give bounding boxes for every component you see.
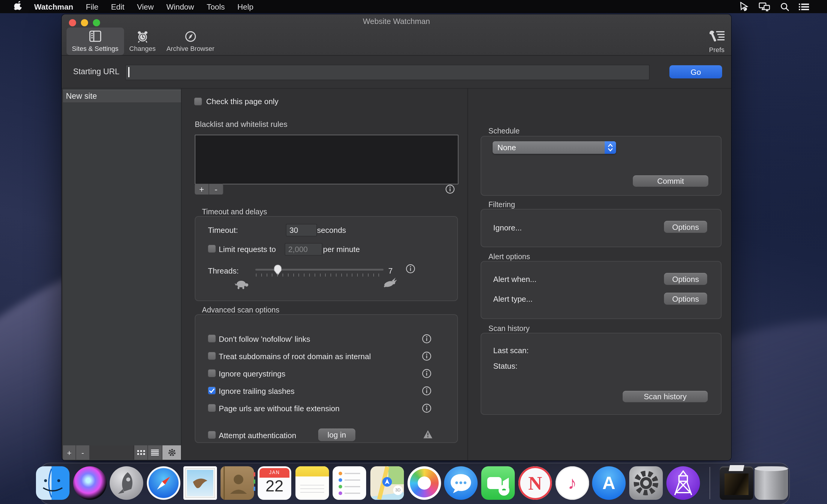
timeout-section-title: Timeout and delays	[202, 208, 267, 216]
timeout-input[interactable]: 30	[286, 224, 317, 236]
sidebar-controls-spacer	[90, 445, 134, 460]
tab-sites-settings[interactable]: Sites & Settings	[66, 27, 124, 55]
subdomains-info-icon[interactable]	[422, 351, 432, 361]
calendar-month: JAN	[259, 468, 289, 478]
blacklist-rules-list[interactable]	[195, 135, 458, 184]
tab-changes[interactable]: Changes	[124, 27, 161, 55]
schedule-title: Schedule	[488, 127, 520, 135]
dock-icon-launchpad[interactable]	[110, 466, 143, 500]
schedule-panel: Schedule None Commit Filtering Ignore...…	[468, 89, 731, 460]
blacklist-remove-button[interactable]: -	[209, 184, 224, 194]
pointer-icon[interactable]	[739, 2, 749, 11]
menu-help[interactable]: Help	[237, 2, 253, 11]
window-title: Website Watchman	[62, 17, 731, 26]
check-icon	[209, 388, 214, 393]
menu-view[interactable]: View	[137, 2, 154, 11]
trailing-slashes-checkbox[interactable]	[208, 387, 216, 394]
dock-icon-finder[interactable]	[36, 466, 69, 500]
attempt-auth-label: Attempt authentication	[219, 431, 296, 440]
remove-site-button[interactable]: -	[76, 445, 90, 460]
threads-info-icon[interactable]	[406, 264, 415, 274]
dock-icon-appstore[interactable]: A	[592, 466, 626, 500]
dock-icon-news[interactable]: N	[518, 466, 552, 500]
grid-view-button[interactable]	[134, 445, 148, 460]
no-extension-checkbox[interactable]	[208, 404, 216, 412]
menu-edit[interactable]: Edit	[111, 2, 124, 11]
menu-file[interactable]: File	[86, 2, 99, 11]
displays-icon[interactable]	[759, 2, 771, 11]
sidebar-controls: + -	[63, 445, 181, 460]
dock-icon-notes[interactable]	[295, 466, 329, 500]
dock-icon-messages[interactable]	[444, 466, 478, 500]
limit-requests-label: Limit requests to	[219, 245, 276, 254]
prefs-button[interactable]: Prefs	[708, 27, 725, 57]
nofollow-checkbox[interactable]	[208, 335, 216, 342]
limit-requests-checkbox[interactable]	[208, 245, 216, 253]
menu-list-icon[interactable]	[799, 3, 809, 10]
limit-requests-input[interactable]: 2,000	[285, 243, 323, 256]
dock-icon-contacts[interactable]	[221, 466, 254, 500]
timeout-unit-label: seconds	[317, 226, 346, 235]
list-view-button[interactable]	[148, 445, 162, 460]
add-site-button[interactable]: +	[63, 445, 76, 460]
scan-history-title: Scan history	[488, 324, 530, 333]
wrench-settings-icon	[708, 30, 725, 44]
dock-icon-reminders[interactable]	[333, 466, 366, 500]
blacklist-header: Blacklist and whitelist rules	[195, 120, 287, 129]
attempt-auth-checkbox[interactable]	[208, 431, 216, 439]
spotlight-search-icon[interactable]	[780, 2, 789, 11]
scan-history-button[interactable]: Scan history	[623, 391, 708, 402]
rabbit-fast-icon	[383, 277, 397, 291]
alert-type-label: Alert type...	[493, 294, 533, 303]
no-extension-info-icon[interactable]	[422, 403, 432, 413]
news-glyph: N	[518, 466, 552, 500]
dock-icon-calendar[interactable]: JAN 22	[258, 466, 291, 500]
dock-icon-siri[interactable]	[73, 466, 107, 500]
trailing-slashes-info-icon[interactable]	[422, 386, 432, 396]
app-window: Website Watchman Sites & Settings Change…	[62, 14, 731, 460]
schedule-dropdown[interactable]: None	[493, 141, 616, 154]
threads-value: 7	[388, 266, 393, 275]
dock-icon-photos[interactable]	[407, 466, 441, 500]
log-in-button[interactable]: log in	[318, 429, 355, 441]
filtering-title: Filtering	[488, 201, 515, 209]
action-gear-button[interactable]	[162, 445, 181, 460]
menu-window[interactable]: Window	[166, 2, 194, 11]
advanced-section-title: Advanced scan options	[202, 306, 280, 314]
menu-app-name[interactable]: Watchman	[34, 2, 74, 11]
dock-icon-maps[interactable]: 3D	[370, 466, 404, 500]
nofollow-info-icon[interactable]	[422, 334, 432, 344]
compass-icon	[183, 30, 197, 43]
blacklist-add-button[interactable]: +	[195, 184, 209, 194]
starting-url-input[interactable]	[125, 65, 649, 80]
dock-icon-trash[interactable]	[755, 466, 788, 500]
dock-icon-system-preferences[interactable]	[629, 466, 663, 500]
dock-icon-mail[interactable]	[183, 466, 217, 500]
gear-icon	[167, 448, 176, 457]
sidebar-item-new-site[interactable]: New site	[63, 90, 181, 102]
check-page-only-label: Check this page only	[206, 97, 278, 106]
tab-label: Changes	[129, 45, 155, 52]
apple-menu-icon[interactable]	[14, 1, 21, 12]
dock-icon-downloads[interactable]	[720, 466, 753, 500]
dock-icon-safari[interactable]	[147, 466, 180, 500]
alert-type-options-button[interactable]: Options	[664, 293, 707, 305]
querystrings-info-icon[interactable]	[422, 369, 432, 378]
go-button[interactable]: Go	[669, 65, 722, 78]
dock-icon-itunes[interactable]: ♪	[555, 466, 589, 500]
no-extension-label: Page urls are without file extension	[219, 404, 339, 413]
tab-archive-browser[interactable]: Archive Browser	[161, 27, 220, 55]
commit-button[interactable]: Commit	[633, 175, 708, 187]
filtering-options-button[interactable]: Options	[664, 221, 707, 233]
subdomains-checkbox[interactable]	[208, 352, 216, 360]
check-page-only-checkbox[interactable]	[194, 98, 202, 105]
turtle-slow-icon	[234, 279, 249, 293]
dock-icon-website-watchman[interactable]	[666, 466, 700, 500]
itunes-note-glyph: ♪	[555, 466, 589, 500]
querystrings-checkbox[interactable]	[208, 369, 216, 377]
nofollow-label: Don't follow 'nofollow' links	[219, 335, 310, 344]
blacklist-info-icon[interactable]	[445, 184, 455, 194]
dock-icon-facetime[interactable]	[481, 466, 515, 500]
menu-tools[interactable]: Tools	[207, 2, 225, 11]
alert-when-options-button[interactable]: Options	[664, 273, 707, 285]
